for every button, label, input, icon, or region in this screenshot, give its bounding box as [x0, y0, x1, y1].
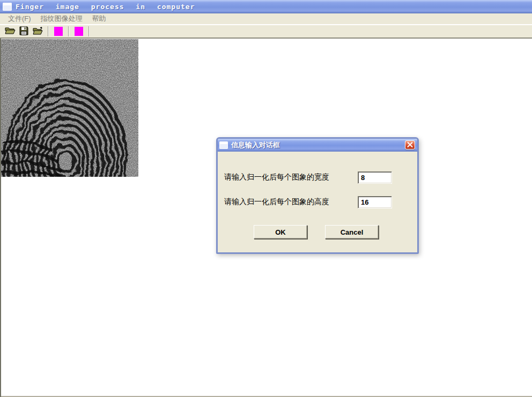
cancel-button[interactable]: Cancel [325, 225, 379, 239]
toolbar-separator [48, 26, 49, 36]
dialog-info-input: 信息输入对话框 请输入归一化后每个图象的宽度 请输入归一化后每个图象的高度 OK… [216, 137, 419, 254]
magenta-tool-button-1[interactable] [51, 26, 65, 38]
width-field-label: 请输入归一化后每个图象的宽度 [224, 173, 329, 182]
open-folder-arrow-icon [33, 26, 43, 37]
dialog-titlebar[interactable]: 信息输入对话框 [218, 139, 417, 152]
close-icon [407, 142, 413, 148]
width-input[interactable] [358, 171, 392, 184]
app-window-icon [3, 3, 12, 11]
close-button[interactable] [405, 140, 415, 149]
toolbar-separator [68, 26, 69, 36]
height-field-label: 请输入归一化后每个图象的高度 [224, 197, 329, 207]
menu-fingerprint-processing[interactable]: 指纹图像处理 [36, 14, 87, 24]
dialog-window-icon [219, 141, 228, 149]
magenta-square-icon [75, 27, 83, 36]
window-title: Finger image process in computer [16, 3, 195, 11]
height-input[interactable] [358, 196, 392, 208]
dialog-body: 请输入归一化后每个图象的宽度 请输入归一化后每个图象的高度 OK Cancel [218, 152, 417, 252]
menubar: 文件(F) 指纹图像处理 帮助 [0, 13, 532, 25]
toolbar [0, 25, 532, 39]
open-file-button[interactable] [3, 26, 17, 38]
menu-help[interactable]: 帮助 [87, 14, 111, 24]
fingerprint-image [1, 39, 138, 177]
open-folder-button[interactable] [31, 26, 45, 38]
open-folder-icon [5, 26, 16, 36]
toolbar-separator [88, 26, 90, 36]
ok-button[interactable]: OK [254, 225, 307, 239]
titlebar[interactable]: Finger image process in computer [0, 0, 532, 13]
dialog-title: 信息输入对话框 [231, 140, 280, 150]
magenta-square-icon [54, 27, 63, 36]
magenta-tool-button-2[interactable] [72, 26, 85, 38]
menu-file[interactable]: 文件(F) [3, 14, 36, 24]
save-button[interactable] [17, 26, 31, 38]
floppy-save-icon [19, 26, 28, 37]
app-window: Finger image process in computer 文件(F) 指… [0, 0, 532, 397]
